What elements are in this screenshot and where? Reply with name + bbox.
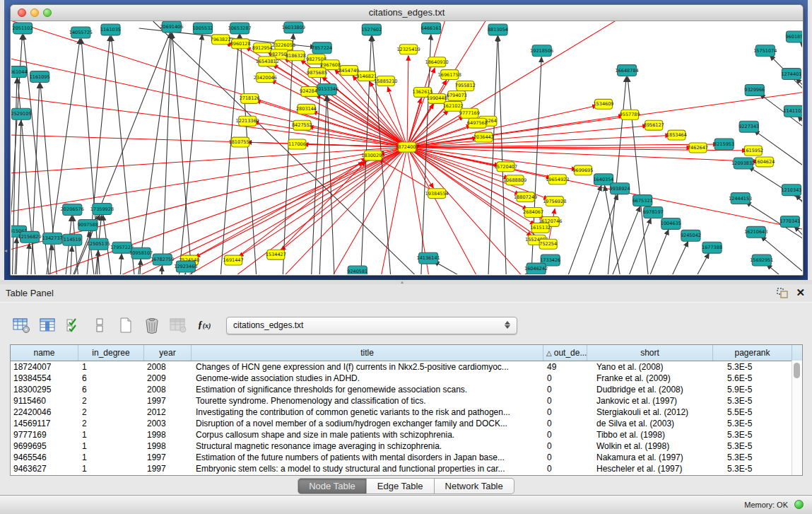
table-cell[interactable]: 22420046 (11, 407, 78, 418)
table-cell[interactable]: 5.3E-5 (713, 452, 792, 463)
table-cell[interactable]: Hescheler et al. (1997) (587, 463, 713, 474)
tab-edge-table[interactable]: Edge Table (367, 478, 435, 494)
table-cell[interactable]: 0 (543, 418, 587, 429)
splitter-handle-icon[interactable]: ▲ (400, 281, 407, 284)
table-cell[interactable]: 5.3E-5 (713, 429, 792, 440)
table-cell[interactable]: 1998 (144, 429, 192, 440)
table-cell[interactable]: 19384554 (11, 373, 78, 384)
table-cell[interactable]: Yano et al. (2008) (587, 361, 713, 373)
table-cell[interactable]: 1 (78, 463, 144, 474)
column-header[interactable]: short (587, 345, 713, 361)
table-cell[interactable]: 6 (78, 384, 144, 395)
table-cell[interactable]: Genome-wide association studies in ADHD. (192, 373, 543, 384)
table-vertical-scrollbar[interactable] (792, 361, 802, 475)
table-row[interactable]: 1830029562008Estimation of significance … (11, 384, 802, 395)
minimize-window-button[interactable] (30, 8, 39, 17)
table-cell[interactable]: Disruption of a novel member of a sodium… (192, 418, 543, 429)
close-panel-button[interactable]: ✕ (796, 286, 805, 300)
table-cell[interactable]: 0 (543, 440, 587, 452)
table-cell[interactable]: 2 (78, 407, 144, 418)
table-cell[interactable]: 0 (543, 407, 587, 418)
table-cell[interactable]: 1 (78, 429, 144, 440)
table-cell[interactable]: Embryonic stem cells: a model to study s… (192, 463, 543, 474)
table-cell[interactable]: 2012 (144, 407, 192, 418)
column-header[interactable]: year (144, 345, 192, 361)
table-cell[interactable]: 18724007 (11, 361, 78, 373)
column-header[interactable]: △out_de... (543, 345, 587, 361)
table-cell[interactable]: 9115460 (11, 395, 78, 407)
table-cell[interactable]: Estimation of the future numbers of pati… (192, 452, 543, 463)
table-cell[interactable]: 2 (78, 418, 144, 429)
table-cell[interactable]: 0 (543, 429, 587, 440)
table-cell[interactable]: 5.9E-5 (713, 384, 792, 395)
table-cell[interactable]: 2003 (144, 418, 192, 429)
table-cell[interactable]: 0 (543, 395, 587, 407)
network-canvas[interactable]: 7963822896012889129542322605898275051654… (11, 21, 802, 274)
table-row[interactable]: 977716911998Corpus callosum shape and si… (11, 429, 802, 440)
table-cell[interactable]: 5.3E-5 (713, 418, 792, 429)
table-cell[interactable]: 2008 (144, 361, 192, 373)
import-table-button[interactable] (168, 315, 188, 336)
table-row[interactable]: 2242004622012Investigating the contribut… (11, 407, 802, 418)
table-cell[interactable]: Estimation of significance thresholds fo… (192, 384, 543, 395)
table-cell[interactable]: 9777169 (11, 429, 78, 440)
table-cell[interactable]: 1 (78, 440, 144, 452)
table-cell[interactable]: 5.6E-5 (713, 373, 792, 384)
column-header[interactable]: pagerank (713, 345, 792, 361)
table-row[interactable]: 969969511998Structural magnetic resonanc… (11, 440, 802, 452)
select-columns-button[interactable] (64, 315, 83, 336)
table-cell[interactable]: 1998 (144, 440, 192, 452)
function-builder-button[interactable]: ƒ(x) (194, 315, 214, 336)
table-cell[interactable]: 0 (543, 463, 587, 474)
table-row[interactable]: 1938455462009Genome-wide association stu… (11, 373, 802, 384)
table-selector-dropdown[interactable]: citations_edges.txt (226, 317, 517, 334)
panel-collapse-arrow-icon[interactable]: ◂ (4, 247, 7, 254)
table-mode-button[interactable] (11, 315, 31, 336)
table-cell[interactable]: Wolkin et al. (1998) (587, 440, 713, 452)
tab-node-table[interactable]: Node Table (298, 478, 367, 494)
table-cell[interactable]: Nakamura et al. (1997) (587, 452, 713, 463)
table-cell[interactable]: 1997 (144, 452, 192, 463)
table-row[interactable]: 946554611997Estimation of the future num… (11, 452, 802, 463)
table-cell[interactable]: 2008 (144, 384, 192, 395)
table-row[interactable]: 1456911722003Disruption of a novel membe… (11, 418, 802, 429)
scrollbar-thumb[interactable] (794, 363, 800, 378)
table-cell[interactable]: 9465546 (11, 452, 78, 463)
table-row[interactable]: 911546021997Tourette syndrome. Phenomeno… (11, 395, 802, 407)
table-cell[interactable]: 9463627 (11, 463, 78, 474)
table-cell[interactable]: 5.3E-5 (713, 361, 792, 373)
delete-column-button[interactable] (142, 315, 162, 336)
zoom-window-button[interactable] (43, 8, 52, 17)
column-header[interactable]: title (192, 345, 543, 361)
table-row[interactable]: 1872400712008Changes of HCN gene express… (11, 361, 802, 373)
close-window-button[interactable] (18, 8, 26, 17)
table-cell[interactable]: Dudbridge et al. (2008) (587, 384, 713, 395)
table-cell[interactable]: Investigating the contribution of common… (192, 407, 543, 418)
table-cell[interactable]: 2 (78, 395, 144, 407)
column-header[interactable]: name (11, 345, 78, 361)
table-cell[interactable]: 1997 (144, 463, 192, 474)
row-height-button[interactable] (90, 315, 110, 336)
table-cell[interactable]: 1 (78, 452, 144, 463)
table-cell[interactable]: Corpus callosum shape and size in male p… (192, 429, 543, 440)
table-cell[interactable]: Jankovic et al. (1997) (587, 395, 713, 407)
table-cell[interactable]: 5.3E-5 (713, 395, 792, 407)
table-cell[interactable]: 1 (78, 361, 144, 373)
table-cell[interactable]: 0 (543, 452, 587, 463)
table-cell[interactable]: 0 (543, 373, 587, 384)
table-cell[interactable]: Tibbo et al. (1998) (587, 429, 713, 440)
column-header[interactable]: in_degree (78, 345, 144, 361)
table-cell[interactable]: Franke et al. (2009) (587, 373, 713, 384)
table-cell[interactable]: 49 (543, 361, 587, 373)
show-columns-button[interactable] (37, 315, 57, 336)
table-cell[interactable]: 5.3E-5 (713, 440, 792, 452)
table-cell[interactable]: 14569117 (11, 418, 78, 429)
table-cell[interactable]: 1997 (144, 395, 192, 407)
table-cell[interactable]: Structural magnetic resonance image aver… (192, 440, 543, 452)
window-titlebar[interactable]: citations_edges.txt (11, 5, 803, 21)
float-panel-button[interactable] (777, 288, 788, 298)
table-cell[interactable]: 18300295 (11, 384, 78, 395)
table-row[interactable]: 946362711997Embryonic stem cells: a mode… (11, 463, 802, 474)
create-column-button[interactable] (116, 315, 136, 336)
table-cell[interactable]: 2009 (144, 373, 192, 384)
